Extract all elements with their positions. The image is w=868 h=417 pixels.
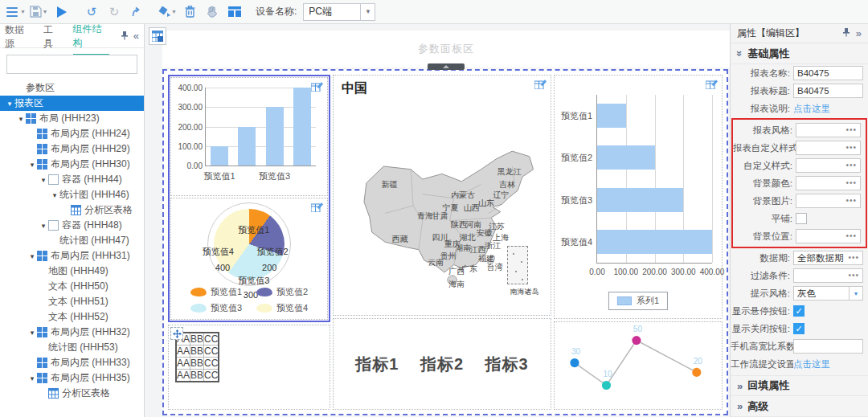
tree-item-hhh46[interactable]: ▾统计图 (HHH46) [0,187,144,202]
tree-item[interactable]: 分析区表格 [0,386,144,401]
tree-item-hhh47[interactable]: 统计图 (HHH47) [0,233,144,248]
indicator-text-2[interactable]: 指标2 [420,354,464,375]
chart-settings-icon[interactable] [706,78,719,92]
table-cell[interactable]: BB [190,370,204,382]
device-select-caret-icon[interactable]: ▼ [361,3,375,21]
tree-item-hhh44[interactable]: ▾容器 (HHH44) [0,172,144,187]
tree-expand-icon[interactable]: ▾ [5,100,14,108]
chevron-right-icon: » [737,380,743,392]
table-cell[interactable]: BB [190,333,204,345]
table-cell[interactable]: CC [204,370,219,382]
indicator-text-3[interactable]: 指标3 [485,354,529,375]
property-input[interactable]: ••• [796,194,861,208]
table-cell[interactable]: AA [176,370,190,382]
property-input[interactable]: ••• [796,229,861,243]
hbar-legend[interactable]: 系列1 [608,292,668,310]
collapse-panel-icon[interactable]: « [133,31,139,41]
tree-expand-icon[interactable]: ▾ [39,176,48,184]
legend-item[interactable]: 预览值3 [190,302,242,314]
property-input[interactable]: ••• [793,268,863,283]
tree-expand-icon[interactable]: ▾ [16,115,26,123]
tree-expand-icon[interactable]: ▾ [27,374,37,382]
chevron-down-icon[interactable]: ▼ [850,286,863,300]
pin-icon[interactable] [121,29,129,43]
tree-item-hhh48[interactable]: ▾容器 (HHH48) [0,218,144,233]
tree-expand-icon[interactable]: ▾ [27,252,37,260]
delete-icon[interactable] [180,2,199,22]
parameter-panel-area[interactable]: 参数面板区 [162,31,730,67]
checkbox[interactable]: ✓ [793,305,805,317]
export-icon[interactable] [127,2,146,22]
table-cell[interactable]: AA [176,345,190,358]
table-cell[interactable]: CC [204,333,219,345]
table-cell[interactable]: BB [190,358,204,370]
section-writeback-properties[interactable]: » 回填属性 [731,375,868,396]
section-basic-properties[interactable]: » 基础属性 [731,43,868,64]
tree-item-hhh51[interactable]: 文本 (HHH51) [0,294,144,309]
section-advanced[interactable]: » 高级 [731,396,868,417]
property-input[interactable]: ••• [796,158,861,173]
tree-item-hhh50[interactable]: 文本 (HHH50) [0,279,144,294]
checkbox[interactable] [796,213,807,224]
line-chart-widget[interactable]: 30105020 [554,321,723,410]
collapse-properties-icon[interactable]: » [856,28,862,39]
indicator-widget[interactable]: 指标1指标2指标3 [333,318,551,410]
device-select[interactable]: PC端 ▼ [303,3,375,21]
property-input[interactable]: B40475 [793,84,863,98]
tree-item[interactable]: 参数区 [0,80,144,96]
tree-item[interactable]: ▾报表区 [0,96,144,111]
tree-item-hhh33[interactable]: 布局内层 (HHH33) [0,355,144,370]
province-label: 新疆 [382,179,398,190]
tree-item-hhh53[interactable]: 统计图 (HHH53) [0,340,144,355]
tree-item-hhh24[interactable]: 布局内层 (HHH24) [0,126,144,141]
property-input[interactable]: ••• [796,141,861,155]
chart-settings-icon[interactable] [311,80,324,95]
indicator-text-1[interactable]: 指标1 [355,354,399,375]
chart-settings-icon[interactable] [311,201,324,215]
table-cell[interactable]: CC [204,345,219,358]
tree-item-hhh29[interactable]: 布局内层 (HHH29) [0,141,144,157]
table-cell[interactable]: BB [190,345,204,358]
property-link[interactable]: 点击这里 [793,103,830,115]
property-input[interactable]: B40475 [793,66,863,80]
property-input[interactable] [793,339,863,354]
hbar-chart-widget[interactable]: 0.00100.00200.00300.00400.00预览值1预览值2预览值3… [554,75,723,319]
property-select[interactable]: 灰色▼ [793,286,863,300]
tree-expand-icon[interactable]: ▾ [27,161,37,169]
table-cell[interactable]: CC [204,358,219,370]
table-cell[interactable]: AA [176,358,190,370]
chart-settings-icon[interactable] [534,78,547,92]
pin-icon[interactable] [842,28,850,39]
property-label: 工作流提交设置: [731,358,793,370]
search-input[interactable] [7,59,141,70]
legend-item[interactable]: 预览值1 [190,286,242,298]
format-icon[interactable]: ▼ [158,2,177,22]
bar-chart-widget[interactable]: 400.00300.00200.00100.000.00预览值1预览值3 [170,77,328,196]
tree-item-hhh52[interactable]: 文本 (HHH52) [0,309,144,325]
panel-collapse-grip[interactable] [428,63,465,70]
tree-item-hhh35[interactable]: ▾布局内层 (HHH35) [0,370,144,386]
hand-icon[interactable] [203,2,222,22]
property-input[interactable]: ••• [796,123,861,137]
tree-item-hhh49[interactable]: 地图 (HHH49) [0,264,144,279]
tree-item[interactable]: 分析区表格 [0,202,144,218]
table-widget[interactable]: AABBCCAABBCCAABBCCAABBCC [168,325,330,410]
tree-expand-icon[interactable]: ▾ [39,222,48,230]
layout-icon[interactable] [225,2,244,22]
property-link[interactable]: 点击这里 [793,358,830,370]
tree-item-hhh23[interactable]: ▾布局 (HHH23) [0,111,144,126]
pie-chart-widget[interactable]: 预览值1预览值4400预览值2200预览值3300预览值1预览值2预览值3预览值… [170,198,328,320]
canvas-grid-button[interactable] [149,27,166,45]
legend-item[interactable]: 预览值2 [256,286,308,298]
legend-item[interactable]: 预览值4 [256,302,308,314]
tree-expand-icon[interactable]: ▾ [50,191,59,199]
move-handle-icon[interactable] [170,327,183,340]
property-input[interactable]: 全部数据期••• [793,251,863,265]
property-input[interactable]: ••• [796,176,861,190]
tree-expand-icon[interactable]: ▾ [27,329,37,337]
checkbox[interactable]: ✓ [793,323,805,334]
tree-item-hhh32[interactable]: ▾布局内层 (HHH32) [0,325,144,340]
tree-item-hhh30[interactable]: ▾布局内层 (HHH30) [0,157,144,172]
map-widget[interactable]: 中国 [333,75,551,316]
tree-item-hhh31[interactable]: ▾布局内层 (HHH31) [0,248,144,264]
